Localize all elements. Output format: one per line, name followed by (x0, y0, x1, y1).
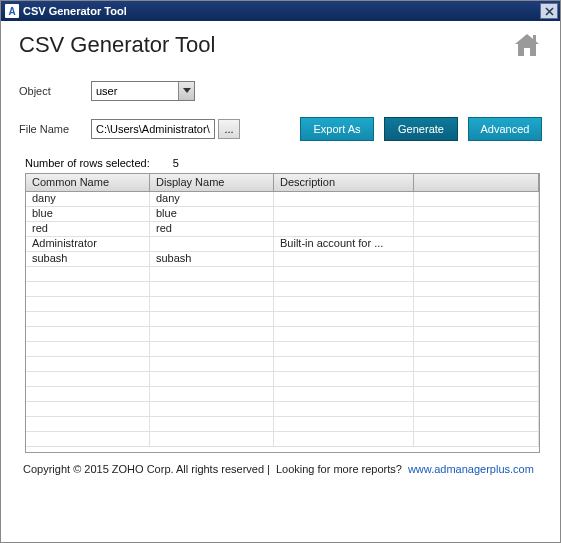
table-cell (274, 312, 414, 326)
export-as-button[interactable]: Export As (300, 117, 374, 141)
table-row[interactable]: danydany (26, 192, 539, 207)
table-row[interactable] (26, 372, 539, 387)
footer: Copyright © 2015 ZOHO Corp. All rights r… (19, 463, 542, 475)
data-table[interactable]: Common Name Display Name Description dan… (25, 173, 540, 453)
table-row[interactable] (26, 402, 539, 417)
table-cell (274, 222, 414, 236)
page-title: CSV Generator Tool (19, 32, 215, 58)
table-row[interactable] (26, 327, 539, 342)
table-cell (150, 432, 274, 446)
rows-selected-info: Number of rows selected: 5 (25, 157, 542, 169)
table-cell: blue (26, 207, 150, 221)
table-row[interactable] (26, 387, 539, 402)
table-cell (26, 297, 150, 311)
table-cell (414, 252, 539, 266)
browse-button[interactable]: ... (218, 119, 240, 139)
table-cell: subash (26, 252, 150, 266)
table-cell (274, 282, 414, 296)
column-header-empty[interactable] (414, 174, 539, 191)
table-cell (274, 357, 414, 371)
table-row[interactable] (26, 342, 539, 357)
table-cell (274, 297, 414, 311)
table-cell (150, 372, 274, 386)
table-cell (414, 312, 539, 326)
table-cell (274, 252, 414, 266)
table-cell (414, 207, 539, 221)
column-header-description[interactable]: Description (274, 174, 414, 191)
table-cell (414, 387, 539, 401)
table-cell (274, 402, 414, 416)
table-cell (414, 327, 539, 341)
table-cell (274, 417, 414, 431)
table-cell: blue (150, 207, 274, 221)
filename-input[interactable] (91, 119, 215, 139)
footer-link[interactable]: www.admanagerplus.com (408, 463, 534, 475)
table-cell (150, 297, 274, 311)
table-cell (26, 432, 150, 446)
column-header-common-name[interactable]: Common Name (26, 174, 150, 191)
table-cell (414, 432, 539, 446)
table-row[interactable] (26, 357, 539, 372)
table-row[interactable]: AdministratorBuilt-in account for ... (26, 237, 539, 252)
table-cell (414, 267, 539, 281)
table-cell (274, 432, 414, 446)
table-cell (150, 237, 274, 251)
table-cell (26, 387, 150, 401)
table-cell (26, 357, 150, 371)
table-cell (274, 267, 414, 281)
home-icon[interactable] (512, 31, 542, 59)
rows-selected-count: 5 (173, 157, 179, 169)
table-cell (150, 282, 274, 296)
app-icon: A (5, 4, 19, 18)
chevron-down-icon[interactable] (178, 82, 194, 100)
column-header-display-name[interactable]: Display Name (150, 174, 274, 191)
window-title: CSV Generator Tool (23, 5, 127, 17)
table-cell (274, 342, 414, 356)
rows-selected-label: Number of rows selected: (25, 157, 150, 169)
table-row[interactable] (26, 282, 539, 297)
table-row[interactable]: blueblue (26, 207, 539, 222)
table-row[interactable]: redred (26, 222, 539, 237)
object-label: Object (19, 85, 91, 97)
table-cell (26, 267, 150, 281)
table-cell (414, 357, 539, 371)
filename-label: File Name (19, 123, 91, 135)
table-cell (150, 312, 274, 326)
table-cell (414, 237, 539, 251)
table-cell: dany (150, 192, 274, 206)
table-cell (26, 342, 150, 356)
table-row[interactable] (26, 297, 539, 312)
table-row[interactable] (26, 417, 539, 432)
table-cell (26, 327, 150, 341)
table-cell (414, 417, 539, 431)
table-cell (414, 402, 539, 416)
close-button[interactable] (540, 3, 558, 19)
generate-button[interactable]: Generate (384, 117, 458, 141)
table-cell (150, 387, 274, 401)
table-cell (150, 327, 274, 341)
table-cell: Administrator (26, 237, 150, 251)
table-cell: Built-in account for ... (274, 237, 414, 251)
object-select-value: user (92, 85, 178, 97)
table-cell: red (26, 222, 150, 236)
svg-rect-0 (533, 35, 536, 41)
table-cell (414, 192, 539, 206)
table-cell (26, 372, 150, 386)
table-cell (274, 327, 414, 341)
table-cell (26, 417, 150, 431)
table-row[interactable] (26, 432, 539, 447)
table-row[interactable]: subashsubash (26, 252, 539, 267)
table-cell (150, 402, 274, 416)
object-select[interactable]: user (91, 81, 195, 101)
table-cell (274, 192, 414, 206)
table-row[interactable] (26, 267, 539, 282)
table-cell (150, 267, 274, 281)
table-cell (150, 357, 274, 371)
footer-looking-text: Looking for more reports? (276, 463, 402, 475)
advanced-button[interactable]: Advanced (468, 117, 542, 141)
titlebar: A CSV Generator Tool (1, 1, 560, 21)
table-cell (414, 372, 539, 386)
table-row[interactable] (26, 312, 539, 327)
table-cell (26, 282, 150, 296)
table-cell (274, 372, 414, 386)
